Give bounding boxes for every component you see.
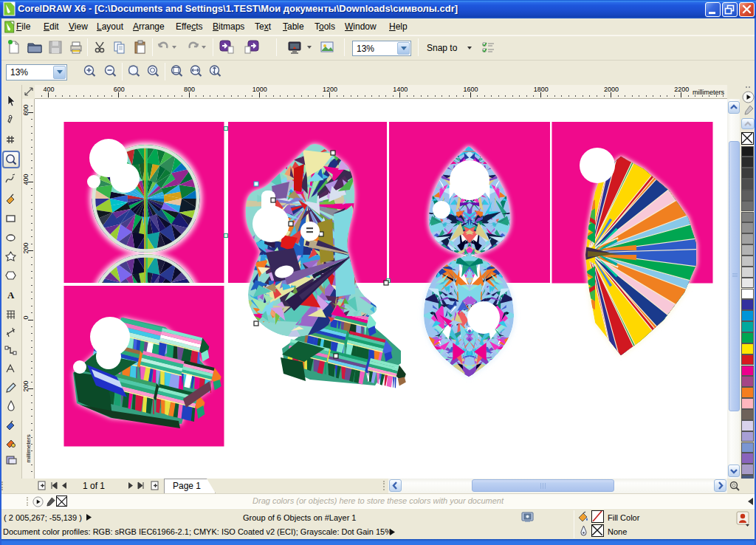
svg-text:A: A: [7, 289, 15, 301]
